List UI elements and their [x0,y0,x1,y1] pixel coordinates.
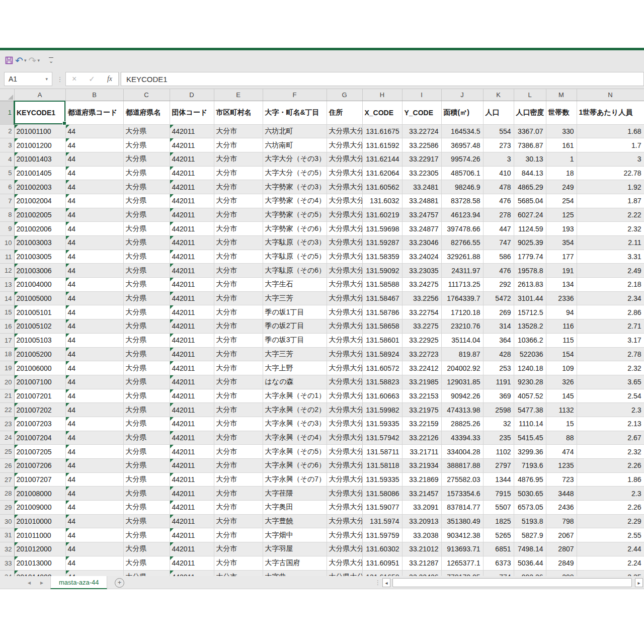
cell[interactable]: 2336 [546,291,577,305]
cell[interactable]: 33.21012 [402,542,441,556]
cell[interactable]: 15712.5 [514,305,546,319]
cell[interactable]: 33.23426 [402,570,441,576]
cell[interactable]: 大分県 [123,403,170,417]
redo-dropdown-icon[interactable]: ▾ [37,58,40,63]
cell[interactable]: 1191 [483,375,514,389]
cell[interactable]: 5036.44 [514,556,546,570]
row-header-17[interactable]: 17 [0,333,14,347]
cell[interactable]: 2613.83 [514,278,546,292]
cell[interactable]: 5477.38 [514,403,546,417]
cell[interactable]: 33.22754 [402,305,441,319]
row-header-10[interactable]: 10 [0,236,14,250]
cell[interactable]: 大分県 [123,501,170,515]
name-box-dropdown-icon[interactable]: ▾ [45,76,48,82]
cell[interactable]: 季の坂3丁目 [263,333,327,347]
cell[interactable]: 131.6032 [362,194,402,208]
cell[interactable]: 201007205 [14,445,65,459]
cell[interactable]: 大字古国府 [263,556,327,570]
cell[interactable]: 大分県 [123,222,170,236]
cell[interactable]: 442011 [170,487,214,501]
cell[interactable]: 2067 [546,528,577,542]
row-header-5[interactable]: 5 [0,166,14,180]
cell[interactable]: 201008000 [14,487,65,501]
cell[interactable]: 33.24024 [402,250,441,264]
cell[interactable]: 131.61592 [362,138,402,152]
cell[interactable]: 44 [65,528,123,542]
cell[interactable]: 大分県 [123,250,170,264]
cell[interactable]: 330 [546,124,577,138]
cell[interactable]: 442011 [170,445,214,459]
cell[interactable]: 大分県大分 [327,570,362,576]
cell[interactable]: 201002004 [14,194,65,208]
cell[interactable]: 大分県 [123,528,170,542]
cell[interactable]: 5265 [483,528,514,542]
cell[interactable]: 44 [65,501,123,515]
cell[interactable]: 1.86 [577,472,644,487]
cell[interactable]: 131.58359 [362,250,402,264]
cell[interactable]: 大字奥田 [263,501,327,515]
scroll-left-icon[interactable]: ◂ [382,578,390,587]
cell[interactable]: 442011 [170,514,214,528]
cell[interactable]: 442011 [170,250,214,264]
cell[interactable]: 90942.26 [441,389,483,403]
cell[interactable]: 131.60951 [362,556,402,570]
cell[interactable]: 1344 [483,472,514,487]
cell[interactable]: 201005101 [14,305,65,319]
cell[interactable]: 145 [546,389,577,403]
cell[interactable]: 201001405 [14,166,65,180]
cell[interactable]: 大分市 [214,319,263,334]
row-header-26[interactable]: 26 [0,459,14,473]
cell[interactable]: 2.11 [577,236,644,250]
cell[interactable]: 大分県 [123,361,170,375]
cell[interactable]: 大分県 [123,375,170,389]
cell[interactable]: 913693.71 [441,542,483,556]
cell[interactable]: 1573354.6 [441,487,483,501]
cell[interactable]: 30.13 [514,152,546,166]
cell[interactable]: 大字永興（その7） [263,472,327,487]
cell[interactable]: 131.59287 [362,236,402,250]
cell[interactable]: 大字永興（その4） [263,431,327,445]
cell[interactable]: 六坊南町 [263,138,327,152]
cell[interactable]: 442011 [170,459,214,473]
cell[interactable]: 大分県大分 [327,236,362,250]
cell[interactable]: 314 [483,319,514,334]
cell[interactable]: 大分県大分 [327,501,362,515]
cell[interactable]: 201003003 [14,236,65,250]
cell[interactable]: 3101.44 [514,291,546,305]
cell[interactable]: 369 [483,389,514,403]
cell[interactable]: 442011 [170,305,214,319]
cell[interactable]: 大分県 [123,124,170,138]
cell[interactable]: 442011 [170,472,214,487]
cell[interactable]: 2.3 [577,487,644,501]
cell[interactable]: 442011 [170,138,214,152]
header-cell[interactable]: 団体コード [170,101,214,124]
cell[interactable]: 大分市 [214,347,263,361]
cell[interactable]: 442011 [170,291,214,305]
cell[interactable]: 大分市 [214,194,263,208]
cell[interactable]: 大分県大分 [327,250,362,264]
cell[interactable]: 大分県大分 [327,361,362,375]
cell[interactable]: 201007206 [14,459,65,473]
column-header-L[interactable]: L [514,89,546,101]
cell[interactable]: 131.60562 [362,180,402,194]
cell[interactable]: 177 [546,250,577,264]
cell[interactable]: 131.58658 [362,319,402,334]
cell[interactable]: 44 [65,333,123,347]
cell[interactable]: 44 [65,291,123,305]
cell[interactable]: 大字羽屋 [263,542,327,556]
cell[interactable]: 44 [65,417,123,431]
cell[interactable]: 254 [546,194,577,208]
cell[interactable]: 33.22305 [402,166,441,180]
cell[interactable]: 2.44 [577,542,644,556]
cell[interactable]: 201005200 [14,347,65,361]
cell[interactable]: 1779.74 [514,250,546,264]
row-header-25[interactable]: 25 [0,445,14,459]
row-header-13[interactable]: 13 [0,278,14,292]
cell[interactable]: 大分県大分 [327,528,362,542]
cell[interactable]: 大字大分（その3） [263,152,327,166]
cell[interactable]: 2.78 [577,347,644,361]
cell[interactable]: 6851 [483,542,514,556]
cell[interactable]: 193 [546,222,577,236]
cell[interactable]: 131.5974 [362,514,402,528]
cell[interactable]: 88 [546,431,577,445]
